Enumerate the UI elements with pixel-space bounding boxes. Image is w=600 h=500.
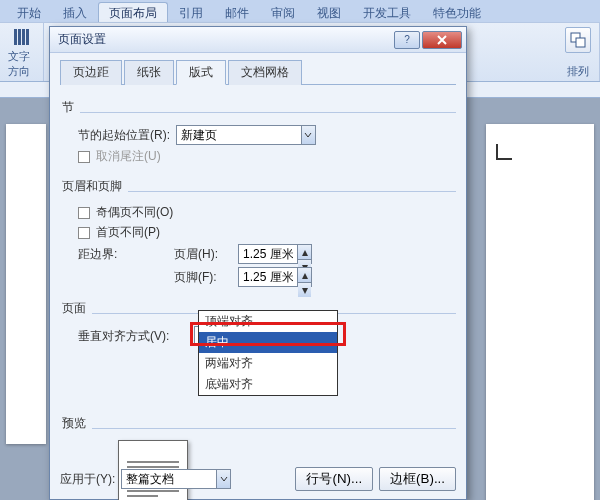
- ribbon-tab-pagelayout[interactable]: 页面布局: [98, 2, 168, 22]
- ribbon-tab-mail[interactable]: 邮件: [214, 2, 260, 22]
- chevron-down-icon[interactable]: [301, 126, 315, 144]
- dialog-tabs: 页边距 纸张 版式 文档网格: [60, 59, 456, 85]
- ribbon-tab-developer[interactable]: 开发工具: [352, 2, 422, 22]
- valign-dropdown: 顶端对齐 居中 两端对齐 底端对齐: [198, 310, 338, 396]
- dialog-body: 页边距 纸张 版式 文档网格 节 节的起始位置(R): 取消尾注(U) 页眉和页…: [50, 53, 466, 500]
- first-page-checkbox[interactable]: [78, 227, 90, 239]
- dialog-close-button[interactable]: [422, 31, 462, 49]
- apply-to-value[interactable]: [122, 470, 216, 488]
- ribbon-tab-references[interactable]: 引用: [168, 2, 214, 22]
- footer-value[interactable]: [239, 268, 297, 286]
- ribbon-tab-review[interactable]: 审阅: [260, 2, 306, 22]
- valign-option-center[interactable]: 居中: [199, 332, 337, 353]
- page-setup-dialog: 页面设置 ? 页边距 纸张 版式 文档网格 节 节的起始位置(R):: [49, 26, 467, 500]
- tab-margins[interactable]: 页边距: [60, 60, 122, 85]
- ribbon-tab-home[interactable]: 开始: [6, 2, 52, 22]
- ribbon-group-caption: 排列: [567, 64, 589, 79]
- valign-option-top[interactable]: 顶端对齐: [199, 311, 337, 332]
- ribbon-group-text-direction[interactable]: 文字方向: [0, 23, 44, 81]
- footer-spin[interactable]: ▴▾: [238, 267, 312, 287]
- line-numbers-button[interactable]: 行号(N)...: [295, 467, 373, 491]
- section-start-combo[interactable]: [176, 125, 316, 145]
- footer-label: 页脚(F):: [174, 269, 232, 286]
- document-page: [486, 124, 594, 500]
- header-value[interactable]: [239, 245, 297, 263]
- header-label: 页眉(H):: [174, 246, 232, 263]
- ribbon-tab-view[interactable]: 视图: [306, 2, 352, 22]
- arrange-icon: [565, 27, 591, 53]
- tab-paper[interactable]: 纸张: [124, 60, 174, 85]
- section-start-value[interactable]: [177, 126, 301, 144]
- odd-even-checkbox[interactable]: [78, 207, 90, 219]
- dialog-titlebar[interactable]: 页面设置 ?: [50, 27, 466, 53]
- ribbon-tab-special[interactable]: 特色功能: [422, 2, 492, 22]
- header-spin[interactable]: ▴▾: [238, 244, 312, 264]
- document-page: [6, 124, 46, 444]
- spin-up-icon[interactable]: ▴: [298, 245, 311, 260]
- svg-rect-3: [26, 29, 29, 45]
- spin-down-icon[interactable]: ▾: [298, 283, 311, 297]
- suppress-endnote-checkbox[interactable]: [78, 151, 90, 163]
- dialog-title: 页面设置: [58, 31, 106, 48]
- valign-label: 垂直对齐方式(V):: [78, 328, 188, 345]
- svg-rect-0: [14, 29, 17, 45]
- section-headerfooter-label: 页眉和页脚: [62, 178, 122, 195]
- ribbon-group-arrange[interactable]: 排列: [556, 23, 600, 81]
- section-section-label: 节: [62, 99, 74, 116]
- valign-option-justify[interactable]: 两端对齐: [199, 353, 337, 374]
- chevron-down-icon[interactable]: [216, 470, 230, 488]
- section-page-label: 页面: [62, 300, 86, 317]
- apply-to-label: 应用于(Y):: [60, 471, 115, 488]
- spin-up-icon[interactable]: ▴: [298, 268, 311, 283]
- ribbon-group-caption: 文字方向: [8, 49, 35, 79]
- section-preview-label: 预览: [62, 415, 86, 432]
- close-icon: [436, 35, 448, 45]
- svg-rect-2: [22, 29, 25, 45]
- tab-grid[interactable]: 文档网格: [228, 60, 302, 85]
- dialog-help-button[interactable]: ?: [394, 31, 420, 49]
- apply-to-combo[interactable]: [121, 469, 231, 489]
- odd-even-label: 奇偶页不同(O): [96, 204, 173, 221]
- tab-layout[interactable]: 版式: [176, 60, 226, 85]
- ribbon-tab-insert[interactable]: 插入: [52, 2, 98, 22]
- borders-button[interactable]: 边框(B)...: [379, 467, 456, 491]
- text-direction-icon: [12, 27, 32, 47]
- first-page-label: 首页不同(P): [96, 224, 160, 241]
- valign-option-bottom[interactable]: 底端对齐: [199, 374, 337, 395]
- svg-rect-1: [18, 29, 21, 45]
- dialog-footer: 应用于(Y): 行号(N)... 边框(B)...: [60, 467, 456, 491]
- ribbon-tab-strip: 开始 插入 页面布局 引用 邮件 审阅 视图 开发工具 特色功能: [0, 0, 600, 22]
- section-start-label: 节的起始位置(R):: [78, 127, 170, 144]
- suppress-endnote-label: 取消尾注(U): [96, 148, 161, 165]
- svg-rect-5: [576, 38, 585, 47]
- margin-label: 距边界:: [78, 246, 168, 263]
